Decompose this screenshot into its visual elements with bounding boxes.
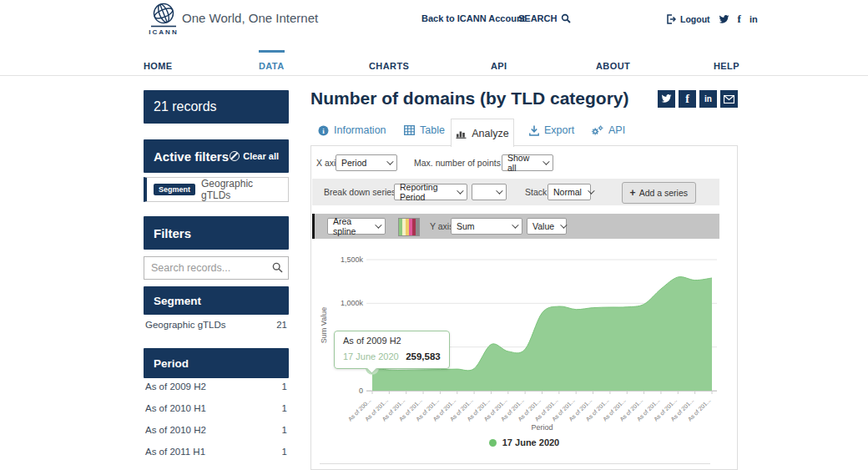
header-actions: Logout f in [666,13,758,26]
facebook-icon: f [685,93,689,106]
facebook-icon[interactable]: f [738,13,741,26]
filter-item-label: As of 2010 H2 [145,425,206,435]
svg-text:Sum Value: Sum Value [320,307,328,343]
period-group-header: Period [144,348,289,378]
filter-item-2009-h2[interactable]: As of 2009 H2 1 [144,382,289,392]
svg-text:ICANN: ICANN [149,28,178,36]
icann-logo[interactable]: ICANN [145,2,182,40]
filter-chip-category: Segment [154,184,195,195]
legend-item[interactable]: 17 June 2020 [311,437,737,447]
breakdown-value: Reporting Period [400,182,451,202]
tab-table[interactable]: Table [404,124,445,136]
filter-item-label: Geographic gTLDs [145,320,226,330]
breakdown-label: Break down series [324,187,396,197]
back-to-icann-account-link[interactable]: Back to ICANN Account [421,13,525,23]
tab-label: Analyze [472,128,508,139]
breakdown-extra-select[interactable] [472,184,507,200]
stack-label: Stack [525,187,547,197]
search-link[interactable]: SEARCH [518,13,571,23]
logout-button[interactable]: Logout [666,14,710,24]
nav-item-data[interactable]: DATA [259,61,285,71]
x-axis-select[interactable]: Period [336,154,397,171]
y-axis-select[interactable]: Sum [451,218,522,235]
email-icon [724,95,734,104]
logout-icon [666,14,676,24]
nav-item-home[interactable]: HOME [144,61,173,71]
tab-label: Information [334,124,386,136]
share-linkedin-button[interactable]: in [699,90,717,108]
share-facebook-button[interactable]: f [679,90,696,108]
tab-analyze[interactable]: Analyze [451,119,514,147]
search-records-wrap [144,256,289,280]
active-nav-indicator [259,50,285,53]
site-tagline: One World, One Internet [182,11,318,25]
series-type-value: Area spline [333,216,369,236]
filter-chip-value: Geographic gTLDs [201,178,281,201]
share-email-button[interactable] [720,90,738,108]
nav-item-api[interactable]: API [491,61,507,71]
filter-item-2010-h1[interactable]: As of 2010 H1 1 [144,403,289,413]
svg-text:Period: Period [531,423,553,432]
tab-label: Table [420,124,445,136]
analyze-panel: X axis Period Max. number of points Show… [310,145,738,470]
icann-data-page: ICANN One World, One Internet Back to IC… [0,0,868,470]
nav-item-charts[interactable]: CHARTS [369,61,409,71]
twitter-icon [661,94,672,104]
gears-icon [591,125,603,136]
tab-api[interactable]: API [591,124,625,136]
clear-all-button[interactable]: Clear all [230,151,279,161]
max-points-value: Show all [507,153,537,173]
max-points-select[interactable]: Show all [502,154,553,171]
series-row: Area spline Y axis Sum Value [312,214,719,239]
x-axis-value: Period [341,158,366,168]
breakdown-select[interactable]: Reporting Period [394,184,467,200]
search-icon [272,262,283,273]
filters-header: Filters [144,216,289,250]
svg-text:0: 0 [359,387,363,395]
nav-item-about[interactable]: ABOUT [596,61,630,71]
filter-item-2010-h2[interactable]: As of 2010 H2 1 [144,425,289,435]
tab-export[interactable]: Export [529,124,574,136]
period-group-title: Period [154,357,189,370]
add-series-button[interactable]: + Add a series [622,182,696,204]
breakdown-row: Break down series Reporting Period Stack… [312,179,719,205]
twitter-icon[interactable] [719,15,729,24]
filter-item-count: 21 [276,320,287,330]
download-icon [529,125,539,136]
tab-label: API [608,124,625,136]
info-icon: i [318,125,329,136]
filter-item-label: As of 2011 H1 [145,447,205,457]
filter-item-2011-h1[interactable]: As of 2011 H1 1 [144,447,289,457]
table-icon [404,125,415,135]
add-series-label: Add a series [639,188,688,198]
filter-item-count: 1 [282,382,287,392]
segment-group-title: Segment [154,295,201,307]
clear-icon [230,151,240,161]
chart-tooltip: As of 2009 H2 17 June 2020 259,583 [334,331,450,369]
plus-icon: + [630,187,636,199]
active-filter-chip[interactable]: Segment Geographic gTLDs [144,177,289,202]
linkedin-icon[interactable]: in [749,14,758,24]
svg-text:1,500k: 1,500k [341,255,364,264]
tab-information[interactable]: i Information [318,124,386,136]
active-filters-title: Active filters [154,149,229,164]
panel-divider [320,463,710,464]
share-twitter-button[interactable] [658,90,675,108]
filter-item-count: 1 [282,403,287,413]
nav-item-help[interactable]: HELP [714,61,739,71]
chart-icon [456,129,467,139]
page-title: Number of domains (by TLD category) [310,88,629,109]
stack-select[interactable]: Normal [548,184,591,200]
tooltip-period: As of 2009 H2 [343,336,441,346]
color-palette-picker[interactable] [398,218,420,236]
search-link-label: SEARCH [518,13,557,23]
logout-label: Logout [680,14,710,24]
filter-item-geographic-gtlds[interactable]: Geographic gTLDs 21 [144,320,289,330]
segment-group-header: Segment [144,286,289,315]
series-type-select[interactable]: Area spline [327,218,386,235]
active-filters-header: Active filters Clear all [144,139,289,173]
tooltip-series-name: 17 June 2020 [343,351,399,361]
search-records-input[interactable] [144,256,289,280]
y-axis-metric-select[interactable]: Value [527,218,567,235]
tab-label: Export [544,124,574,136]
